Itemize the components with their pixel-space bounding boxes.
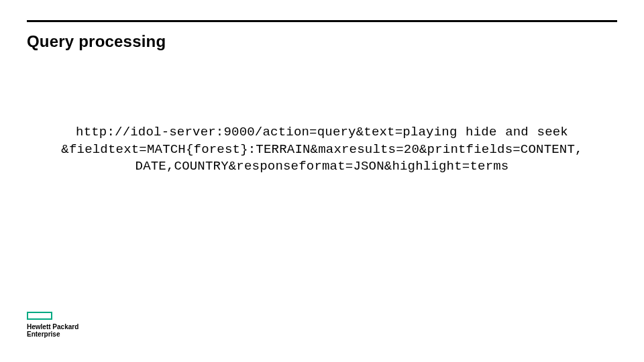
hpe-logo: Hewlett Packard Enterprise	[27, 312, 78, 338]
code-line-1: http://idol-server:9000/action=query&tex…	[27, 124, 617, 141]
hpe-logo-mark-icon	[27, 312, 52, 320]
hpe-logo-text-line2: Enterprise	[27, 330, 60, 338]
slide: Query processing http://idol-server:9000…	[0, 0, 644, 362]
code-line-2: &fieldtext=MATCH{forest}:TERRAIN&maxresu…	[27, 141, 617, 159]
top-rule	[27, 20, 617, 22]
slide-title: Query processing	[27, 32, 166, 51]
hpe-logo-text: Hewlett Packard Enterprise	[27, 324, 78, 338]
code-line-3: DATE,COUNTRY&responseformat=JSON&highlig…	[27, 158, 617, 176]
slide-body: http://idol-server:9000/action=query&tex…	[27, 124, 617, 176]
hpe-logo-text-line1: Hewlett Packard	[27, 323, 78, 330]
